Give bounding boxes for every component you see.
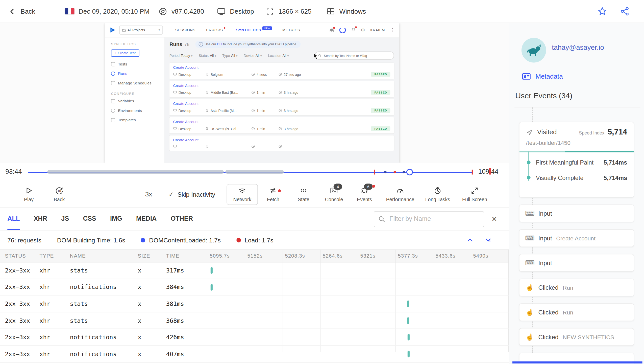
duration-clock-icon — [251, 90, 255, 94]
timeline-event-marker[interactable] — [384, 171, 386, 173]
full-screen-button[interactable]: Full Screen — [458, 186, 492, 202]
long-tasks-button[interactable]: Long Tasks — [420, 186, 455, 202]
network-row[interactable]: 2xx–3xx xhr stats x 381ms — [0, 295, 509, 312]
back-10s-button[interactable]: 10 Back — [49, 186, 69, 202]
app-sidebar-item: Variables — [111, 99, 158, 103]
user-event-card[interactable]: ⌨ Input Create Account — [519, 229, 634, 247]
loading-spinner-icon — [339, 27, 346, 33]
network-row[interactable]: 2xx–3xx xhr notifications x 407ms — [0, 346, 509, 362]
playback-speed-button[interactable]: 3x — [145, 191, 152, 198]
location-pin-icon — [205, 109, 209, 112]
console-icon: 4 — [330, 186, 339, 195]
end-red-marker — [489, 168, 491, 174]
fetch-button[interactable]: Fetch — [258, 186, 288, 202]
network-tab[interactable]: MEDIA — [136, 208, 157, 230]
timeline-buffer-segment — [47, 170, 224, 174]
pointer-icon: ☝ — [525, 333, 534, 341]
playhead[interactable] — [406, 169, 413, 175]
app-nav-right-icons: ⚙ KRAIEM ⋮ — [329, 27, 395, 33]
sidebar-item-icon — [111, 81, 115, 85]
metadata-button[interactable]: Metadata — [522, 72, 563, 81]
metric-dot-icon — [527, 161, 530, 164]
sidebar-item-icon — [111, 118, 115, 122]
filter-dropdown: StatusAll ▾ — [199, 54, 216, 58]
event-value: Run — [563, 309, 573, 315]
user-event-card[interactable]: ⌨ Input — [519, 254, 634, 272]
long-tasks-stopwatch-icon — [433, 186, 442, 195]
close-panel-button[interactable]: × — [487, 214, 501, 224]
back-button[interactable]: Back — [8, 0, 35, 23]
network-tab[interactable]: CSS — [83, 208, 96, 230]
play-button[interactable]: Play — [19, 186, 39, 202]
status-badge: PASSED — [371, 90, 390, 95]
network-row[interactable]: 2xx–3xx xhr notifications x 384ms — [0, 279, 509, 295]
jump-up-button[interactable] — [466, 236, 474, 244]
share-button[interactable] — [620, 0, 630, 23]
network-table-body: 2xx–3xx xhr stats x 317ms 2xx–3xx xhr no… — [0, 262, 509, 362]
user-event-card[interactable]: ☝ Clicked NEW SYNTHETICS — [519, 328, 634, 346]
user-events-sidebar: tahay@asayer.io Metadata User Events (34… — [509, 23, 644, 364]
replayed-app-screenshot: All Projects▾ SESSIONS NEW ERRO — [105, 23, 399, 163]
network-row[interactable]: 2xx–3xx xhr stats x 368ms — [0, 312, 509, 329]
console-button[interactable]: 4 Console — [319, 186, 349, 202]
filter-dropdown: LocationAll ▾ — [268, 54, 289, 58]
timeline-event-marker[interactable] — [374, 170, 375, 175]
waterfall-time-label: 5321s — [358, 253, 396, 259]
events-button[interactable]: 6 Events — [349, 186, 380, 202]
jump-down-button[interactable] — [484, 236, 492, 244]
id-card-icon — [522, 72, 531, 81]
network-tab[interactable]: JS — [61, 208, 69, 230]
speed-index-value: 5,714 — [608, 128, 627, 137]
user-avatar — [522, 38, 546, 63]
event-connector-line — [532, 107, 533, 122]
time-ago-clock-icon — [278, 145, 282, 148]
user-event-card[interactable]: ☝ Clicked Run — [519, 279, 634, 296]
app-sidebar-item: Manage Schedules — [111, 81, 158, 85]
event-type-label: Input — [538, 259, 552, 266]
resolution-icon — [265, 7, 274, 16]
network-tab[interactable]: ALL — [7, 208, 20, 230]
user-email: tahay@asayer.io — [552, 44, 604, 52]
filter-dropdown: TypeAll ▾ — [222, 54, 237, 58]
sidebar-scroll-indicator[interactable] — [512, 361, 642, 363]
run-card: Create Account Desktop US We — [169, 117, 394, 133]
network-tab[interactable]: OTHER — [171, 208, 193, 230]
performance-button[interactable]: Performance — [382, 186, 418, 202]
visited-event-card[interactable]: Visited Speed Index 5,714 /test-builder/… — [519, 122, 634, 198]
duration-clock-icon — [251, 73, 255, 76]
duration-clock-icon — [251, 145, 255, 148]
app-nav-tabs: SESSIONS NEW ERRORS NEW — [175, 28, 300, 32]
network-button[interactable]: Network — [227, 184, 258, 205]
browser-version: v87.0.4280 — [158, 0, 204, 23]
timeline-track[interactable] — [28, 163, 473, 181]
test-search-input — [315, 52, 394, 60]
user-event-card[interactable]: ⌨ Input — [519, 204, 634, 222]
request-timing-bar — [407, 317, 409, 324]
runs-filter-bar: PeriodToday ▾ StatusAll ▾ TypeAll ▾ — [169, 52, 394, 60]
timeline-event-marker[interactable] — [394, 171, 396, 173]
network-filter-input[interactable] — [374, 211, 484, 227]
sidebar-item-icon — [111, 99, 115, 103]
state-button[interactable]: State — [288, 186, 319, 202]
favorite-button[interactable] — [597, 0, 607, 23]
event-type-label: Clicked — [538, 309, 559, 316]
waterfall-time-label: 5208.3s — [283, 253, 320, 259]
timeline-event-marker[interactable] — [472, 170, 473, 175]
network-row[interactable]: 2xx–3xx xhr stats x 317ms — [0, 262, 509, 279]
network-tab[interactable]: XHR — [34, 208, 47, 230]
project-selector: All Projects▾ — [119, 26, 163, 35]
request-timing-bar — [210, 267, 212, 274]
network-row[interactable]: 2xx–3xx xhr notifications x 426ms — [0, 329, 509, 346]
windows-icon — [326, 7, 335, 16]
event-type-label: Input — [538, 210, 552, 217]
divider — [514, 107, 640, 107]
app-nav-tab: SESSIONS NEW — [175, 28, 195, 32]
monitor-icon — [173, 145, 177, 148]
skip-inactivity-toggle[interactable]: ✓ Skip Inactivity — [168, 191, 215, 198]
monitor-icon — [217, 7, 226, 16]
play-icon — [24, 186, 33, 195]
event-type-label: Input — [538, 235, 552, 242]
network-tab[interactable]: IMG — [110, 208, 122, 230]
user-event-card[interactable]: ☝ Clicked Run — [519, 303, 634, 321]
timeline-event-marker[interactable] — [403, 171, 405, 173]
